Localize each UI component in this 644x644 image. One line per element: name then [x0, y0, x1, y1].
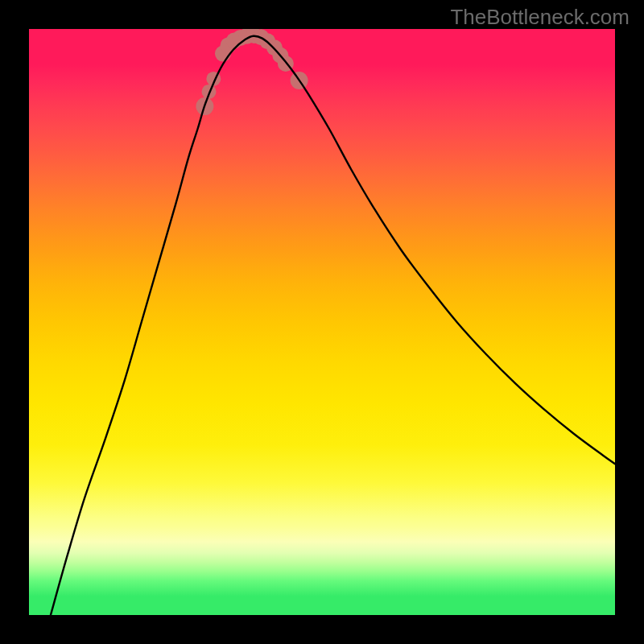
bottleneck-chart: [0, 0, 644, 644]
watermark-text: TheBottleneck.com: [450, 5, 630, 30]
chart-container: TheBottleneck.com: [0, 0, 644, 644]
